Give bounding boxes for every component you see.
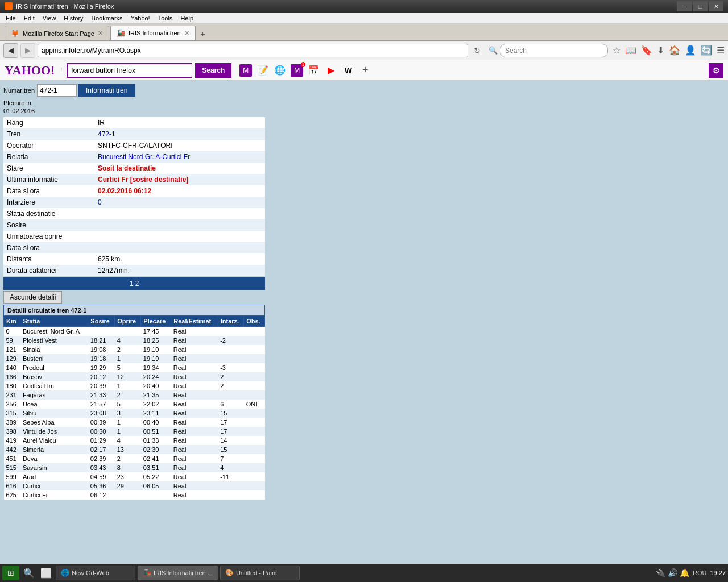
details-cell: 0 bbox=[4, 327, 20, 336]
yahoo-settings-icon[interactable]: ⚙ bbox=[709, 63, 723, 78]
details-cell: Real bbox=[171, 400, 218, 409]
details-cell: 18:21 bbox=[88, 336, 115, 345]
search-icon: 🔍 bbox=[489, 46, 498, 55]
maximize-button[interactable]: □ bbox=[693, 1, 708, 11]
profile-icon[interactable]: 👤 bbox=[685, 45, 696, 56]
menu-bar: File Edit View History Bookmarks Yahoo! … bbox=[0, 13, 728, 24]
back-button[interactable]: ◀ bbox=[3, 43, 18, 58]
yahoo-search-button[interactable]: Search bbox=[195, 63, 231, 78]
reload-button[interactable]: ↻ bbox=[470, 44, 484, 57]
row-value bbox=[94, 231, 265, 242]
network-tray-icon[interactable]: 🔌 bbox=[656, 568, 665, 577]
tab-close-start[interactable]: ✕ bbox=[98, 30, 103, 37]
reading-icon[interactable]: 📖 bbox=[625, 45, 636, 56]
menu-tools[interactable]: Tools bbox=[155, 14, 176, 23]
yahoo-mail2-icon[interactable]: M1 bbox=[291, 64, 303, 77]
youtube-icon[interactable]: ▶ bbox=[325, 64, 337, 77]
main-content: Numar tren Informatii tren Plecare in 01… bbox=[0, 81, 728, 567]
tab-firefox-start[interactable]: 🦊 Mozilla Firefox Start Page ✕ bbox=[5, 26, 109, 40]
details-cell: 2 bbox=[218, 372, 243, 381]
details-row: 256Ucea21:57522:02Real6ONI bbox=[4, 400, 265, 409]
volume-tray-icon[interactable]: 🔊 bbox=[668, 568, 677, 577]
bookmark-icon[interactable]: ☆ bbox=[613, 45, 621, 56]
taskbar-cortana-icon[interactable]: ⬜ bbox=[39, 566, 53, 580]
details-table: Detalii circulatie tren 472-1 Km Statia … bbox=[3, 305, 265, 500]
yahoo-mail-icon[interactable]: M bbox=[239, 64, 252, 77]
details-cell: 2 bbox=[115, 345, 141, 354]
details-cell: ONI bbox=[244, 400, 265, 409]
menu-help[interactable]: Help bbox=[177, 14, 197, 23]
window-controls: – □ ✕ bbox=[677, 1, 723, 11]
tab-close-iris[interactable]: ✕ bbox=[184, 30, 189, 37]
pocket-icon[interactable]: 🔖 bbox=[641, 45, 652, 56]
details-cell: 05:36 bbox=[88, 481, 115, 490]
search-input[interactable] bbox=[500, 44, 608, 57]
details-cell: 23 bbox=[115, 472, 141, 481]
details-cell: 59 bbox=[4, 336, 20, 345]
download-icon[interactable]: ⬇ bbox=[657, 45, 664, 56]
close-button[interactable]: ✕ bbox=[709, 1, 723, 11]
wikipedia-icon[interactable]: W bbox=[342, 64, 354, 77]
details-cell bbox=[244, 463, 265, 472]
minimize-button[interactable]: – bbox=[677, 1, 692, 11]
details-row: 389Sebes Alba00:39100:40Real17 bbox=[4, 418, 265, 427]
menu-file[interactable]: File bbox=[2, 14, 19, 23]
train-number-input[interactable] bbox=[37, 84, 77, 97]
col-statia: Statia bbox=[20, 316, 88, 327]
menu-bookmarks[interactable]: Bookmarks bbox=[88, 14, 126, 23]
url-input[interactable] bbox=[38, 44, 468, 57]
details-cell: Real bbox=[171, 463, 218, 472]
details-cell: 442 bbox=[4, 445, 20, 454]
taskbar-app-iris[interactable]: 🚂 IRIS Informatii tren ... bbox=[138, 566, 218, 580]
details-cell: -2 bbox=[218, 336, 243, 345]
plecare-in-label: Plecare in bbox=[3, 99, 31, 106]
details-cell: 419 bbox=[4, 436, 20, 445]
details-cell: Arad bbox=[20, 472, 88, 481]
menu-icon[interactable]: ☰ bbox=[717, 45, 725, 56]
yahoo-calendar-icon[interactable]: 📅 bbox=[308, 64, 320, 77]
time-display: 19:27 bbox=[710, 569, 726, 576]
menu-view[interactable]: View bbox=[39, 14, 60, 23]
details-cell: 17 bbox=[218, 427, 243, 436]
taskbar-app-label-paint: Untitled - Paint bbox=[236, 569, 277, 576]
new-tab-button[interactable]: + bbox=[197, 28, 209, 40]
details-row: 121Sinaia19:08219:10Real bbox=[4, 345, 265, 354]
forward-button[interactable]: ▶ bbox=[20, 43, 35, 58]
details-cell: 2 bbox=[218, 381, 243, 390]
taskbar-search-icon[interactable]: 🔍 bbox=[22, 566, 36, 580]
details-cell: 20:40 bbox=[141, 381, 171, 390]
details-cell bbox=[244, 454, 265, 463]
ascunde-detalii-button[interactable]: Ascunde detalii bbox=[3, 291, 62, 304]
details-cell: 02:41 bbox=[141, 454, 171, 463]
menu-yahoo[interactable]: Yahoo! bbox=[127, 14, 154, 23]
firefox-sync-icon[interactable]: 🔄 bbox=[701, 45, 712, 56]
details-cell: Real bbox=[171, 418, 218, 427]
yahoo-search-input[interactable] bbox=[67, 63, 192, 78]
details-cell: 01:33 bbox=[141, 436, 171, 445]
details-cell: Real bbox=[171, 354, 218, 363]
yahoo-world-icon[interactable]: 🌐 bbox=[274, 64, 286, 77]
details-cell: 1 bbox=[115, 418, 141, 427]
details-cell: Sebes Alba bbox=[20, 418, 88, 427]
details-cell: 02:39 bbox=[88, 454, 115, 463]
taskbar-app-paint[interactable]: 🎨 Untitled - Paint bbox=[220, 566, 300, 580]
start-button[interactable]: ⊞ bbox=[2, 566, 19, 580]
taskbar-app-gd-web[interactable]: 🌐 New Gd-Web bbox=[56, 566, 135, 580]
pagination-bar[interactable]: 1 2 bbox=[3, 277, 265, 290]
details-cell: 20:24 bbox=[141, 372, 171, 381]
home-icon[interactable]: 🏠 bbox=[669, 45, 680, 56]
tab-iris[interactable]: 🚂 IRIS Informatii tren ✕ bbox=[110, 26, 196, 40]
details-cell: 13 bbox=[115, 445, 141, 454]
add-icon[interactable]: + bbox=[359, 64, 371, 77]
language-display: ROU bbox=[693, 569, 706, 576]
yahoo-notepad-icon[interactable]: 📝 bbox=[257, 64, 269, 77]
details-cell: Real bbox=[171, 472, 218, 481]
details-cell: 17 bbox=[218, 418, 243, 427]
details-cell: 19:10 bbox=[141, 345, 171, 354]
menu-history[interactable]: History bbox=[60, 14, 86, 23]
menu-edit[interactable]: Edit bbox=[20, 14, 38, 23]
informatii-tren-button[interactable]: Informatii tren bbox=[78, 84, 135, 97]
notification-tray-icon[interactable]: 🔔 bbox=[680, 568, 689, 577]
details-cell: 20:39 bbox=[88, 381, 115, 390]
yahoo-toolbar-icons: M 📝 🌐 M1 📅 ▶ W + bbox=[239, 64, 371, 77]
